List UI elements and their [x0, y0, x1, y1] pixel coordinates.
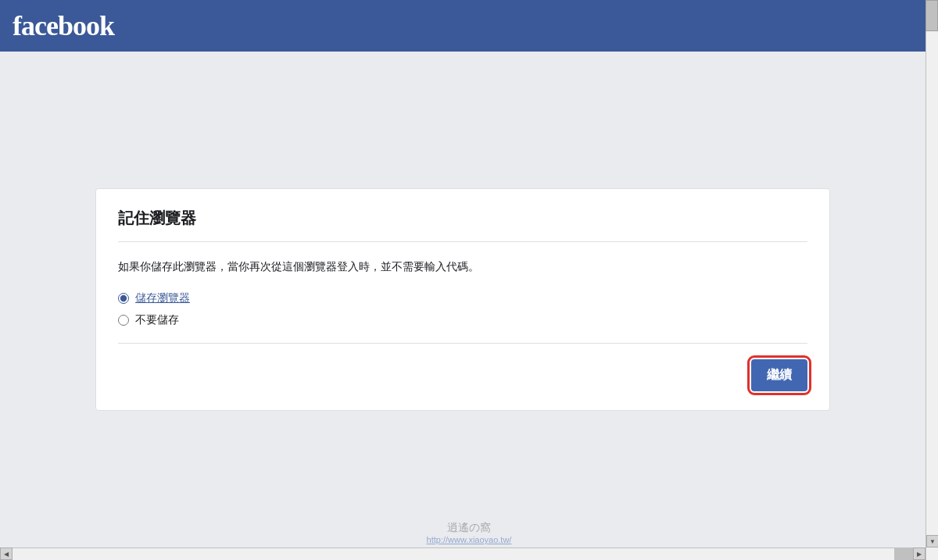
card-divider-bottom — [118, 343, 807, 344]
card-title: 記住瀏覽器 — [118, 208, 807, 229]
scrollbar-right[interactable]: ▲ ▼ — [925, 0, 938, 560]
radio-nosave-label: 不要儲存 — [135, 313, 179, 327]
dialog-card: 記住瀏覽器 如果你儲存此瀏覽器，當你再次從這個瀏覽器登入時，並不需要輸入代碼。 … — [95, 188, 830, 410]
header: facebook — [0, 0, 938, 52]
card-footer: 繼續 — [118, 359, 807, 391]
radio-nosave-input[interactable] — [118, 315, 129, 326]
radio-save-option[interactable]: 儲存瀏覽器 — [118, 291, 807, 305]
continue-button[interactable]: 繼續 — [751, 359, 807, 391]
scrollbar-thumb[interactable] — [925, 0, 938, 31]
scrollbar-bottom[interactable]: ◀ ▶ — [0, 548, 925, 560]
card-description: 如果你儲存此瀏覽器，當你再次從這個瀏覽器登入時，並不需要輸入代碼。 — [118, 258, 807, 275]
radio-nosave-option[interactable]: 不要儲存 — [118, 313, 807, 327]
main-content: 記住瀏覽器 如果你儲存此瀏覽器，當你再次從這個瀏覽器登入時，並不需要輸入代碼。 … — [0, 52, 925, 548]
watermark: 逍遙の窩 http://www.xiaoyao.tw/ — [427, 521, 512, 544]
radio-save-input[interactable] — [118, 293, 129, 304]
watermark-title: 逍遙の窩 — [427, 521, 512, 535]
facebook-logo: facebook — [13, 9, 114, 42]
scroll-left-arrow[interactable]: ◀ — [0, 548, 13, 560]
watermark-url: http://www.xiaoyao.tw/ — [427, 535, 512, 544]
card-divider-top — [118, 241, 807, 242]
scroll-right-arrow[interactable]: ▶ — [913, 548, 925, 560]
scroll-down-arrow[interactable]: ▼ — [926, 535, 938, 548]
radio-save-label: 儲存瀏覽器 — [135, 291, 190, 305]
